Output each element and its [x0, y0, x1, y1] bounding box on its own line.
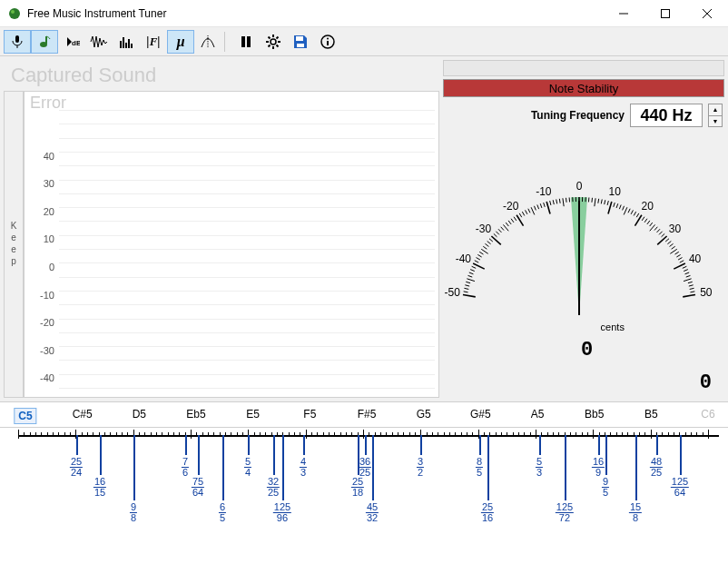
tuning-frequency-row: Tuning Frequency 440 Hz ▲▼: [443, 100, 724, 131]
ratio-fraction: 85: [476, 457, 483, 478]
mu-button[interactable]: µ: [167, 30, 194, 54]
svg-line-62: [506, 223, 508, 226]
svg-line-47: [477, 258, 480, 260]
svg-line-96: [601, 199, 602, 203]
pause-button[interactable]: [232, 30, 260, 54]
ratio-tick: [680, 435, 682, 475]
svg-line-26: [269, 45, 271, 46]
ratio-tick: [248, 435, 250, 455]
note-label: G5: [417, 408, 431, 421]
svg-line-106: [628, 209, 630, 213]
svg-line-108: [634, 212, 635, 215]
svg-text:20: 20: [642, 200, 654, 213]
svg-line-48: [477, 254, 481, 257]
svg-line-74: [537, 204, 539, 209]
svg-line-142: [690, 292, 694, 292]
ratio-fraction: 169: [592, 457, 605, 478]
db-button[interactable]: dB: [58, 30, 85, 54]
cents-dial: -50-40-30-20-1001020304050 cents 0 0: [443, 134, 724, 398]
svg-text:50: 50: [700, 286, 713, 299]
ratio-tick: [282, 435, 284, 500]
svg-line-99: [608, 202, 612, 213]
error-chart: Error 403020100-10-20-30-40: [24, 91, 439, 398]
svg-text:0: 0: [576, 180, 583, 193]
ratio-tick: [76, 435, 78, 455]
ratio-tick: [539, 435, 541, 455]
svg-line-72: [531, 207, 535, 214]
svg-line-121: [657, 236, 666, 244]
tuning-frequency-spinner[interactable]: ▲▼: [708, 104, 723, 127]
svg-text:-50: -50: [444, 286, 460, 299]
settings-button[interactable]: [260, 30, 287, 54]
toolbar-separator: [224, 32, 230, 52]
svg-text:-20: -20: [503, 200, 519, 213]
svg-line-80: [553, 200, 554, 204]
keep-button[interactable]: Keep: [4, 91, 24, 398]
spinner-down-icon[interactable]: ▼: [709, 116, 722, 127]
waveform-button[interactable]: [85, 30, 113, 54]
svg-line-129: [676, 254, 680, 257]
svg-line-82: [559, 199, 560, 203]
svg-line-140: [689, 285, 694, 286]
f-button[interactable]: |F|: [140, 30, 167, 54]
svg-rect-11: [120, 41, 122, 48]
y-tick-label: 10: [44, 233, 54, 244]
svg-line-75: [540, 203, 542, 208]
svg-line-128: [675, 252, 679, 254]
svg-line-110: [635, 215, 641, 226]
note-label: G#5: [470, 408, 491, 421]
y-tick-label: 0: [49, 262, 54, 272]
svg-text:40: 40: [689, 252, 702, 265]
ratio-fraction: 3625: [359, 457, 371, 478]
mic-button[interactable]: [4, 30, 31, 54]
note-button[interactable]: [31, 30, 58, 54]
save-button[interactable]: [287, 30, 314, 54]
svg-line-53: [487, 242, 491, 244]
svg-point-1: [11, 10, 15, 14]
svg-text:dB: dB: [72, 39, 80, 47]
svg-line-65: [514, 217, 516, 221]
svg-text:10: 10: [608, 185, 621, 198]
svg-point-32: [327, 37, 329, 39]
maximize-button[interactable]: [644, 0, 686, 27]
svg-text:-40: -40: [456, 252, 472, 265]
svg-line-25: [277, 45, 279, 46]
svg-text:-30: -30: [476, 223, 492, 235]
y-tick-label: -30: [40, 345, 54, 356]
svg-line-101: [614, 203, 615, 207]
frequency-display: 0: [700, 371, 713, 394]
captured-panel: Captured Sound Keep Error 403020100-10-2…: [4, 60, 439, 398]
main-area: Captured Sound Keep Error 403020100-10-2…: [0, 56, 728, 401]
peak-button[interactable]: [194, 30, 221, 54]
spectrum-button[interactable]: [113, 30, 140, 54]
minimize-button[interactable]: [603, 0, 644, 27]
svg-line-141: [690, 288, 694, 289]
svg-line-69: [522, 212, 524, 215]
svg-line-109: [636, 213, 639, 217]
svg-line-77: [546, 202, 550, 213]
svg-line-79: [550, 201, 551, 205]
svg-line-98: [607, 201, 608, 205]
svg-line-51: [483, 246, 487, 249]
ratio-tick: [273, 435, 275, 475]
y-tick-label: -20: [40, 317, 54, 328]
spinner-up-icon[interactable]: ▲: [709, 104, 722, 116]
ratio-fraction: 12596: [273, 502, 291, 523]
svg-line-107: [631, 210, 633, 213]
close-button[interactable]: [686, 0, 728, 27]
note-label: B5: [644, 408, 658, 421]
ratio-fraction: 12564: [671, 477, 689, 498]
svg-text:-10: -10: [536, 185, 552, 198]
svg-line-50: [481, 249, 487, 253]
info-button[interactable]: [314, 30, 341, 54]
svg-line-138: [684, 279, 692, 282]
level-meter: [443, 60, 724, 76]
ratio-tick: [303, 435, 305, 455]
svg-line-125: [670, 243, 674, 246]
ratio-tick: [598, 435, 600, 455]
svg-line-52: [485, 243, 488, 246]
svg-rect-29: [297, 44, 304, 47]
svg-line-112: [642, 217, 644, 221]
note-label: F5: [303, 408, 316, 421]
cents-unit: cents: [601, 322, 625, 332]
